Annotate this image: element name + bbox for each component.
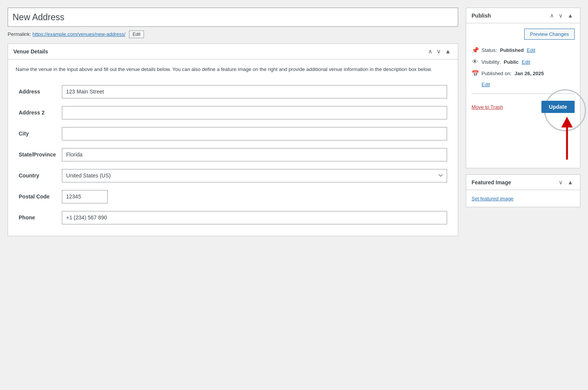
preview-changes-wrapper: Preview Changes <box>472 29 575 40</box>
address-label: Address <box>16 81 59 102</box>
venue-form-table: Address Address 2 City <box>16 81 450 228</box>
preview-changes-button[interactable]: Preview Changes <box>524 29 575 40</box>
venue-details-collapse-down[interactable]: ∨ <box>435 48 443 55</box>
state-input[interactable] <box>62 148 447 161</box>
publish-panel: Publish ∧ ∨ ▲ Preview Changes 📌 Status: … <box>466 8 580 168</box>
publish-actions: Move to Trash Update <box>472 98 575 113</box>
red-arrow-annotation <box>540 113 578 163</box>
visibility-label: Visibility: <box>481 59 501 65</box>
publish-panel-controls: ∧ ∨ ▲ <box>548 12 575 19</box>
venue-details-body: Name the venue in the input above and fi… <box>8 60 458 236</box>
phone-input[interactable] <box>62 211 447 224</box>
state-row: State/Province <box>16 144 450 165</box>
featured-image-panel: Featured Image ∨ ▲ Set featured image <box>466 174 580 207</box>
featured-image-title: Featured Image <box>472 179 511 185</box>
post-title-input[interactable] <box>8 8 458 27</box>
featured-image-body: Set featured image <box>466 190 580 207</box>
status-value: Published <box>500 47 523 53</box>
published-edit-link[interactable]: Edit <box>481 82 490 87</box>
update-button[interactable]: Update <box>541 101 575 113</box>
publish-panel-body: Preview Changes 📌 Status: Published Edit… <box>466 23 580 168</box>
publish-panel-up[interactable]: ∧ <box>548 12 556 19</box>
address2-label: Address 2 <box>16 102 59 123</box>
postal-label: Postal Code <box>16 186 59 207</box>
postal-row: Postal Code <box>16 186 450 207</box>
state-label: State/Province <box>16 144 59 165</box>
featured-image-toggle[interactable]: ▲ <box>566 179 575 186</box>
country-label: Country <box>16 165 59 186</box>
published-on-label: Published on: <box>481 71 512 76</box>
visibility-row: 👁 Visibility: Public Edit <box>472 56 575 68</box>
svg-marker-1 <box>561 117 573 127</box>
publish-panel-title: Publish <box>472 13 491 19</box>
city-label: City <box>16 123 59 144</box>
venue-details-controls: ∧ ∨ ▲ <box>426 48 452 55</box>
featured-image-down[interactable]: ∨ <box>557 179 564 186</box>
venue-details-header: Venue Details ∧ ∨ ▲ <box>8 44 458 60</box>
status-icon: 📌 <box>472 47 478 54</box>
address-row: Address <box>16 81 450 102</box>
phone-label: Phone <box>16 207 59 228</box>
published-on-value: Jan 26, 2025 <box>515 71 544 76</box>
annotation-area <box>472 113 575 163</box>
permalink-label: Permalink: <box>8 31 31 37</box>
move-to-trash-button[interactable]: Move to Trash <box>472 104 503 110</box>
set-featured-image-link[interactable]: Set featured image <box>472 196 514 201</box>
publish-divider <box>472 93 575 94</box>
published-edit-row: Edit <box>472 79 575 90</box>
featured-image-header: Featured Image ∨ ▲ <box>466 175 580 190</box>
venue-details-title: Venue Details <box>13 48 48 55</box>
visibility-value: Public <box>504 59 519 65</box>
publish-panel-down[interactable]: ∨ <box>557 12 564 19</box>
permalink-row: Permalink: https://example.com/venues/ne… <box>8 31 458 38</box>
permalink-edit-button[interactable]: Edit <box>129 31 144 38</box>
visibility-edit-link[interactable]: Edit <box>522 59 530 65</box>
venue-details-box: Venue Details ∧ ∨ ▲ Name the venue in th… <box>8 44 458 236</box>
venue-description-text: Name the venue in the input above and fi… <box>16 66 450 74</box>
update-btn-wrapper: Update <box>541 101 575 113</box>
publish-panel-header: Publish ∧ ∨ ▲ <box>466 8 580 23</box>
permalink-url[interactable]: https://example.com/venues/new-address/ <box>32 31 126 37</box>
publish-panel-toggle[interactable]: ▲ <box>566 12 575 19</box>
address-input[interactable] <box>62 85 447 98</box>
phone-row: Phone <box>16 207 450 228</box>
country-select[interactable]: United States (US) Canada United Kingdom <box>62 169 447 182</box>
calendar-icon: 📅 <box>472 70 478 77</box>
address2-row: Address 2 <box>16 102 450 123</box>
visibility-icon: 👁 <box>472 58 478 65</box>
city-input[interactable] <box>62 127 447 140</box>
published-on-row: 📅 Published on: Jan 26, 2025 <box>472 68 575 79</box>
status-label: Status: <box>481 47 497 53</box>
address2-input[interactable] <box>62 106 447 119</box>
status-row: 📌 Status: Published Edit <box>472 44 575 56</box>
venue-details-collapse-up[interactable]: ∧ <box>426 48 434 55</box>
postal-input[interactable] <box>62 190 108 203</box>
status-edit-link[interactable]: Edit <box>527 47 535 53</box>
featured-image-controls: ∨ ▲ <box>557 179 575 186</box>
city-row: City <box>16 123 450 144</box>
venue-details-toggle[interactable]: ▲ <box>443 48 452 55</box>
country-row: Country United States (US) Canada United… <box>16 165 450 186</box>
